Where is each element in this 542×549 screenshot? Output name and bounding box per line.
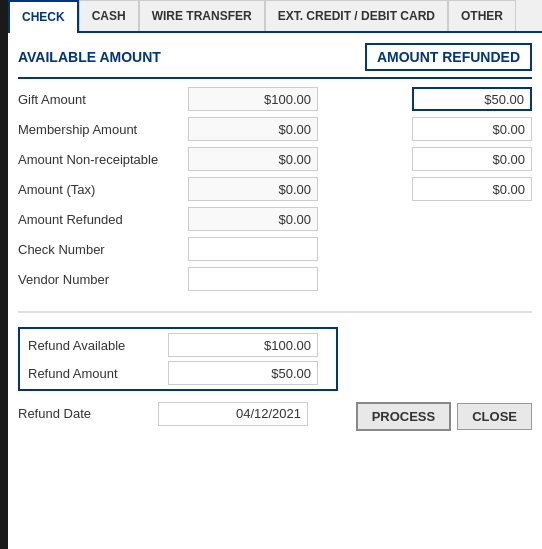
amount-refunded-header: AMOUNT REFUNDED (365, 43, 532, 71)
refund-highlight-group: Refund Available Refund Amount (18, 327, 338, 391)
amount-refunded-available-input[interactable] (188, 207, 318, 231)
available-amount-header: AVAILABLE AMOUNT (18, 49, 161, 65)
amount-non-receiptable-label: Amount Non-receiptable (18, 152, 188, 167)
check-number-label: Check Number (18, 242, 188, 257)
membership-amount-refunded-input[interactable] (412, 117, 532, 141)
gift-amount-refunded-input[interactable] (412, 87, 532, 111)
check-number-input[interactable] (188, 237, 318, 261)
amount-tax-row: Amount (Tax) (18, 177, 532, 201)
tab-wire-transfer[interactable]: WIRE TRANSFER (139, 0, 265, 31)
tab-ext-credit-debit[interactable]: EXT. CREDIT / DEBIT CARD (265, 0, 448, 31)
membership-amount-label: Membership Amount (18, 122, 188, 137)
gift-amount-available-input[interactable] (188, 87, 318, 111)
amount-tax-refunded-input[interactable] (412, 177, 532, 201)
refund-date-actions-row: Refund Date PROCESS CLOSE (18, 396, 532, 431)
vendor-number-label: Vendor Number (18, 272, 188, 287)
refund-available-row: Refund Available (28, 333, 328, 357)
amount-tax-available-input[interactable] (188, 177, 318, 201)
refund-date-input[interactable] (158, 402, 308, 426)
refund-available-label: Refund Available (28, 338, 168, 353)
tab-other[interactable]: OTHER (448, 0, 516, 31)
action-buttons: PROCESS CLOSE (356, 396, 532, 431)
amount-refunded-row: Amount Refunded (18, 207, 532, 231)
gift-amount-row: Gift Amount (18, 87, 532, 111)
process-button[interactable]: PROCESS (356, 402, 452, 431)
tab-cash[interactable]: CASH (79, 0, 139, 31)
gift-amount-label: Gift Amount (18, 92, 188, 107)
bottom-section: Refund Available Refund Amount Refund Da… (18, 319, 532, 431)
refund-amount-label: Refund Amount (28, 366, 168, 381)
amount-refunded-label: Amount Refunded (18, 212, 188, 227)
refund-amount-row: Refund Amount (28, 361, 328, 385)
amount-tax-label: Amount (Tax) (18, 182, 188, 197)
membership-amount-available-input[interactable] (188, 117, 318, 141)
refund-available-input[interactable] (168, 333, 318, 357)
vendor-number-input[interactable] (188, 267, 318, 291)
close-button[interactable]: CLOSE (457, 403, 532, 430)
left-bar (0, 0, 8, 549)
form-area: Gift Amount Membership Amount Amount Non… (18, 79, 532, 305)
tab-bar: CHECK CASH WIRE TRANSFER EXT. CREDIT / D… (8, 0, 542, 33)
membership-amount-row: Membership Amount (18, 117, 532, 141)
amount-non-receiptable-refunded-input[interactable] (412, 147, 532, 171)
refund-amount-input[interactable] (168, 361, 318, 385)
refund-date-row: Refund Date (18, 402, 308, 426)
tab-check[interactable]: CHECK (8, 0, 79, 33)
vendor-number-row: Vendor Number (18, 267, 532, 291)
amount-non-receiptable-available-input[interactable] (188, 147, 318, 171)
check-number-row: Check Number (18, 237, 532, 261)
header-row: AVAILABLE AMOUNT AMOUNT REFUNDED (18, 33, 532, 79)
amount-non-receiptable-row: Amount Non-receiptable (18, 147, 532, 171)
main-content: AVAILABLE AMOUNT AMOUNT REFUNDED Gift Am… (8, 33, 542, 549)
refund-date-label: Refund Date (18, 406, 158, 421)
divider (18, 311, 532, 313)
